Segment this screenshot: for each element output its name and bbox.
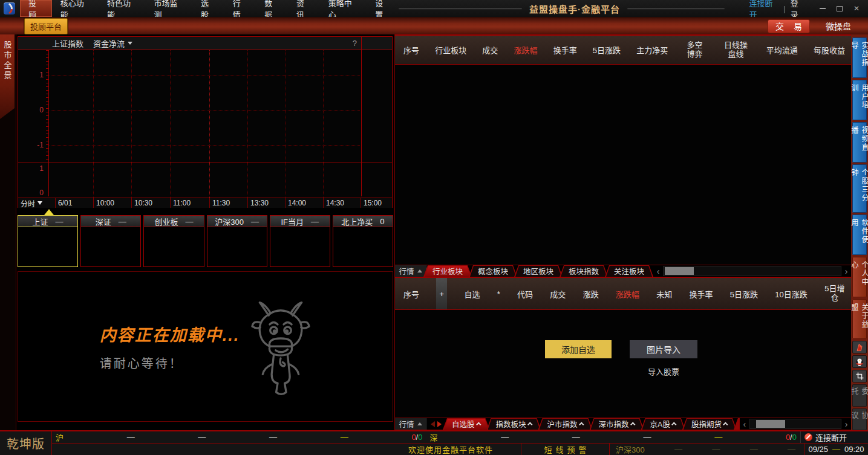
rail-personal-center[interactable]: 个人中心 <box>852 257 867 297</box>
col-bull-bear[interactable]: 多空博弈 <box>684 41 705 59</box>
trade-button[interactable]: 交 易 <box>768 19 810 33</box>
tab-watchlist[interactable]: 自选股 <box>443 418 490 430</box>
tab-index-futures[interactable]: 股指期货 <box>682 418 737 430</box>
right-panel: 序号 行业板块 成交 涨跌幅 换手率 5日涨跌 主力净买 多空博弈 日线操盘线 … <box>394 34 851 430</box>
pointer-icon[interactable] <box>852 341 867 353</box>
col-code[interactable]: 代码 <box>517 288 533 300</box>
market-summary-row: 沪 — — — — 0/0 深 — — — — 0/0 连接断开 <box>52 431 868 443</box>
chevron-up-icon <box>723 422 728 427</box>
fund-flow-dropdown[interactable]: 资金净流 <box>93 37 132 49</box>
quotes-group-button[interactable]: 行情 <box>395 418 426 430</box>
advisor-platform-button[interactable]: 投顾平台 <box>24 18 68 34</box>
prev-tab-button[interactable] <box>428 421 435 427</box>
next-tab-button[interactable] <box>437 421 445 427</box>
col-seq[interactable]: 序号 <box>403 44 419 56</box>
scrollbar-thumb[interactable] <box>756 420 785 428</box>
short-term-alert-button[interactable]: 短线预警 <box>521 444 609 455</box>
rail-about-yimeng[interactable]: 关于益盟 <box>852 299 867 340</box>
scrollbar-thumb[interactable] <box>665 267 694 275</box>
watchlist-table-header: 序号 + 自选 * 代码 成交 涨跌 涨跌幅 未知 换手率 5日涨跌 10日涨跌… <box>395 277 851 310</box>
tab-concept-sectors[interactable]: 概念板块 <box>469 265 517 277</box>
menu-item-features[interactable]: 特色功能 <box>99 0 145 17</box>
close-button[interactable]: ✕ <box>850 3 863 14</box>
tab-region-sectors[interactable]: 地区板块 <box>514 265 563 277</box>
col-volume[interactable]: 成交 <box>482 44 498 56</box>
rail-stock-3min[interactable]: 个股三分钟 <box>852 164 867 213</box>
y-tick: 0 <box>18 106 44 114</box>
menu-item-quotes[interactable]: 行情 <box>224 0 256 17</box>
tab-sz-index[interactable]: 深市指数 <box>590 418 644 430</box>
col-seq[interactable]: 序号 <box>403 288 419 300</box>
tab-sector-index[interactable]: 板块指数 <box>560 265 608 277</box>
menu-item-news[interactable]: 资讯 <box>288 0 320 17</box>
tab-index-sectors[interactable]: 指数板块 <box>487 418 541 430</box>
qq-icon[interactable] <box>852 355 867 368</box>
col-daily-line[interactable]: 日线操盘线 <box>722 41 751 59</box>
rail-delegate[interactable]: 委托 <box>852 384 867 406</box>
menu-item-settings[interactable]: 设置 <box>367 0 399 17</box>
cow-mascot-icon <box>250 298 311 398</box>
col-eps[interactable]: 每股收益 <box>814 44 845 56</box>
col-unknown[interactable]: 未知 <box>656 288 672 300</box>
menu-item-stock-pick[interactable]: 选股 <box>192 0 224 17</box>
menu-item-core[interactable]: 核心功能 <box>52 0 99 17</box>
add-watchlist-button[interactable]: 添加自选 <box>545 340 612 358</box>
loading-subtitle: 请耐心等待！ <box>100 354 240 372</box>
col-volume[interactable]: 成交 <box>550 288 566 300</box>
time-tick: 14:30 <box>323 198 361 208</box>
index-box-shanghai[interactable]: 上证— <box>18 215 78 267</box>
col-change-pct[interactable]: 涨跌幅 <box>616 288 639 300</box>
period-selector[interactable]: 分时 <box>18 198 55 208</box>
index-box-if-futures[interactable]: IF当月— <box>270 215 330 267</box>
rail-video-live[interactable]: 视频直播 <box>852 122 867 163</box>
add-column-button[interactable]: + <box>436 278 447 309</box>
rail-user-training[interactable]: 用户培训 <box>852 80 867 120</box>
tab-sh-index[interactable]: 沪市指数 <box>538 418 593 430</box>
rail-practice-guide[interactable]: 实战指导 <box>852 37 867 78</box>
col-5day-change[interactable]: 5日涨跌 <box>730 288 758 300</box>
minimize-button[interactable] <box>816 3 829 14</box>
menu-item-strategy[interactable]: 策略中心 <box>320 0 367 17</box>
menu-item-market-monitor[interactable]: 市场监测 <box>146 0 192 17</box>
tab-scrollbar[interactable] <box>749 419 841 429</box>
index-ticker[interactable]: 沪深300 — — — — <box>609 444 804 455</box>
col-sector[interactable]: 行业板块 <box>435 44 466 56</box>
connection-status[interactable]: 连接断开 <box>800 431 868 443</box>
screenshot-icon[interactable] <box>852 370 867 382</box>
col-change[interactable]: 涨跌 <box>583 288 599 300</box>
index-box-shenzhen[interactable]: 深证— <box>80 215 141 267</box>
col-10day-change[interactable]: 10日涨跌 <box>775 288 807 300</box>
tab-industry-sectors[interactable]: 行业板块 <box>423 265 472 277</box>
col-change-pct[interactable]: 涨跌幅 <box>514 44 538 56</box>
col-5day-change[interactable]: 5日涨跌 <box>593 44 621 56</box>
watchlist-body: 添加自选 图片导入 导入股票 <box>395 310 851 418</box>
col-5day-position[interactable]: 5日增仓 <box>824 285 845 303</box>
rail-software-usage[interactable]: 软件使用 <box>852 215 867 255</box>
index-box-northbound[interactable]: 北上净买0 <box>333 215 393 267</box>
scroll-left-button[interactable]: ‹ <box>653 265 663 277</box>
col-turnover[interactable]: 换手率 <box>553 44 577 56</box>
right-column-divider <box>361 37 362 196</box>
menu-item-advisor[interactable]: 投顾 <box>20 0 52 17</box>
index-box-chinext[interactable]: 创业板— <box>143 215 204 267</box>
tab-market-overview[interactable]: 股市全景 <box>0 34 15 119</box>
col-watch[interactable]: 自选 <box>465 288 480 300</box>
col-turnover[interactable]: 换手率 <box>689 288 713 300</box>
help-icon[interactable]: ? <box>353 39 357 48</box>
tab-watched-sectors[interactable]: 关注板块 <box>605 265 653 277</box>
sector-table-body[interactable] <box>395 65 851 265</box>
col-star[interactable]: * <box>497 289 500 298</box>
quotes-group-button[interactable]: 行情 <box>395 265 426 277</box>
maximize-button[interactable] <box>833 3 846 14</box>
tab-bj-a-shares[interactable]: 京A股 <box>641 418 685 430</box>
menu-item-data[interactable]: 数据 <box>256 0 288 17</box>
scroll-left-button[interactable]: ‹ <box>740 418 749 430</box>
micro-trade-button[interactable]: 微操盘 <box>826 20 851 32</box>
tab-scrollbar[interactable] <box>663 266 841 276</box>
rail-agreement[interactable]: 协议 <box>852 408 867 430</box>
image-import-button[interactable]: 图片导入 <box>630 340 697 358</box>
col-avg-float[interactable]: 平均流通 <box>766 44 798 56</box>
date-time: 09/25—09:20 <box>804 444 868 455</box>
col-main-net-buy[interactable]: 主力净买 <box>636 44 668 56</box>
index-box-hs300[interactable]: 沪深300— <box>207 215 267 267</box>
